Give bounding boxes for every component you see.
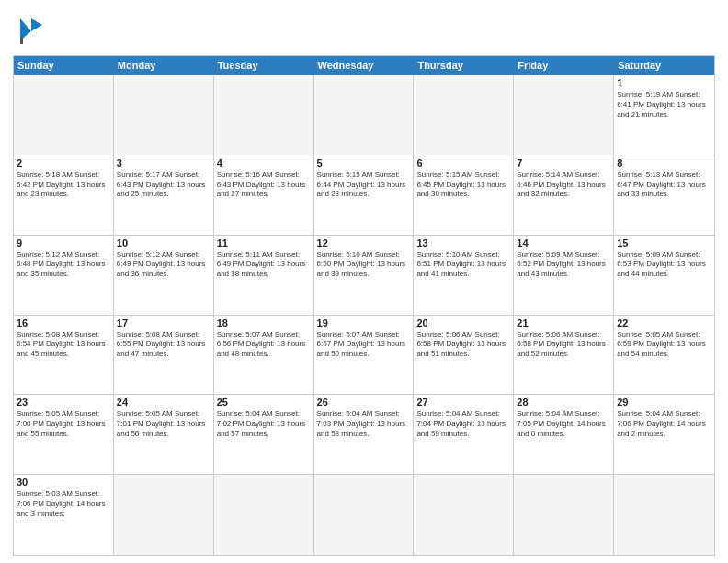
date-number: 12	[317, 237, 411, 248]
date-number: 19	[317, 317, 411, 328]
cell-day-17: 17Sunrise: 5:08 AM Sunset: 6:55 PM Dayli…	[114, 316, 214, 396]
date-number: 20	[416, 317, 510, 328]
date-number: 8	[617, 157, 711, 168]
cell-day-20: 20Sunrise: 5:06 AM Sunset: 6:58 PM Dayli…	[414, 316, 514, 396]
date-number: 24	[117, 396, 210, 408]
cell-day-23: 23Sunrise: 5:05 AM Sunset: 7:00 PM Dayli…	[14, 395, 114, 475]
cell-day-18: 18Sunrise: 5:07 AM Sunset: 6:56 PM Dayli…	[214, 316, 314, 396]
cell-info: Sunrise: 5:09 AM Sunset: 6:53 PM Dayligh…	[617, 250, 711, 280]
date-number: 3	[117, 157, 210, 168]
date-number: 18	[217, 317, 311, 328]
cell-day-28: 28Sunrise: 5:04 AM Sunset: 7:05 PM Dayli…	[514, 395, 614, 475]
cell-info: Sunrise: 5:08 AM Sunset: 6:55 PM Dayligh…	[117, 330, 210, 360]
cell-day-4: 4Sunrise: 5:16 AM Sunset: 6:43 PM Daylig…	[214, 155, 314, 236]
cell-info: Sunrise: 5:04 AM Sunset: 7:05 PM Dayligh…	[517, 409, 610, 439]
cell-info: Sunrise: 5:16 AM Sunset: 6:43 PM Dayligh…	[217, 170, 311, 200]
cell-day-12: 12Sunrise: 5:10 AM Sunset: 6:50 PM Dayli…	[314, 236, 415, 316]
cell-info: Sunrise: 5:15 AM Sunset: 6:44 PM Dayligh…	[317, 170, 411, 200]
day-header-sunday: Sunday	[14, 56, 114, 75]
cell-day-6: 6Sunrise: 5:15 AM Sunset: 6:45 PM Daylig…	[414, 155, 514, 236]
date-number: 17	[117, 317, 210, 328]
cell-day-16: 16Sunrise: 5:08 AM Sunset: 6:54 PM Dayli…	[14, 316, 114, 396]
cell-day-15: 15Sunrise: 5:09 AM Sunset: 6:53 PM Dayli…	[614, 236, 714, 316]
cell-info: Sunrise: 5:15 AM Sunset: 6:45 PM Dayligh…	[416, 170, 510, 200]
date-number: 9	[17, 237, 110, 248]
day-header-tuesday: Tuesday	[214, 56, 314, 75]
cell-info: Sunrise: 5:04 AM Sunset: 7:04 PM Dayligh…	[416, 409, 510, 439]
date-number: 28	[517, 396, 610, 408]
cell-empty	[14, 75, 114, 155]
cell-info: Sunrise: 5:04 AM Sunset: 7:03 PM Dayligh…	[317, 409, 411, 439]
date-number: 25	[217, 396, 311, 408]
page: SundayMondayTuesdayWednesdayThursdayFrid…	[0, 0, 728, 563]
cell-empty	[514, 475, 614, 555]
day-header-saturday: Saturday	[614, 56, 714, 75]
date-number: 30	[17, 477, 110, 488]
cell-info: Sunrise: 5:12 AM Sunset: 6:48 PM Dayligh…	[17, 250, 110, 280]
cell-day-5: 5Sunrise: 5:15 AM Sunset: 6:44 PM Daylig…	[314, 155, 415, 236]
cell-day-25: 25Sunrise: 5:04 AM Sunset: 7:02 PM Dayli…	[214, 395, 314, 475]
date-number: 4	[217, 157, 311, 168]
cell-day-11: 11Sunrise: 5:11 AM Sunset: 6:49 PM Dayli…	[214, 236, 314, 316]
cell-empty	[414, 475, 514, 555]
cell-info: Sunrise: 5:07 AM Sunset: 6:56 PM Dayligh…	[217, 330, 311, 360]
cell-info: Sunrise: 5:11 AM Sunset: 6:49 PM Dayligh…	[217, 250, 311, 280]
day-header-friday: Friday	[514, 56, 614, 75]
cell-day-8: 8Sunrise: 5:13 AM Sunset: 6:47 PM Daylig…	[614, 155, 714, 236]
cell-info: Sunrise: 5:06 AM Sunset: 6:58 PM Dayligh…	[517, 330, 610, 360]
date-number: 23	[17, 396, 110, 408]
cell-info: Sunrise: 5:05 AM Sunset: 7:00 PM Dayligh…	[17, 409, 110, 439]
cell-empty	[614, 475, 714, 555]
cell-empty	[114, 475, 214, 555]
cell-empty	[314, 75, 415, 155]
logo-icon	[13, 9, 53, 50]
svg-rect-3	[20, 37, 23, 44]
cell-empty	[214, 475, 314, 555]
day-headers: SundayMondayTuesdayWednesdayThursdayFrid…	[14, 56, 714, 75]
cell-info: Sunrise: 5:19 AM Sunset: 6:41 PM Dayligh…	[617, 90, 711, 120]
cell-info: Sunrise: 5:05 AM Sunset: 7:01 PM Dayligh…	[117, 409, 210, 439]
cell-info: Sunrise: 5:06 AM Sunset: 6:58 PM Dayligh…	[416, 330, 510, 360]
date-number: 21	[517, 317, 610, 328]
date-number: 22	[617, 317, 711, 328]
date-number: 2	[17, 157, 110, 168]
cell-info: Sunrise: 5:13 AM Sunset: 6:47 PM Dayligh…	[617, 170, 711, 200]
date-number: 15	[617, 237, 711, 248]
date-number: 10	[117, 237, 210, 248]
cell-info: Sunrise: 5:10 AM Sunset: 6:50 PM Dayligh…	[317, 250, 411, 280]
cell-empty	[214, 75, 314, 155]
date-number: 26	[317, 396, 411, 408]
logo-area	[13, 9, 57, 50]
cell-empty	[414, 75, 514, 155]
cell-info: Sunrise: 5:09 AM Sunset: 6:52 PM Dayligh…	[517, 250, 610, 280]
date-number: 13	[416, 237, 510, 248]
cell-info: Sunrise: 5:14 AM Sunset: 6:46 PM Dayligh…	[517, 170, 610, 200]
cell-day-9: 9Sunrise: 5:12 AM Sunset: 6:48 PM Daylig…	[14, 236, 114, 316]
cell-day-13: 13Sunrise: 5:10 AM Sunset: 6:51 PM Dayli…	[414, 236, 514, 316]
cell-empty	[314, 475, 415, 555]
cell-day-3: 3Sunrise: 5:17 AM Sunset: 6:43 PM Daylig…	[114, 155, 214, 236]
cell-day-24: 24Sunrise: 5:05 AM Sunset: 7:01 PM Dayli…	[114, 395, 214, 475]
cell-day-19: 19Sunrise: 5:07 AM Sunset: 6:57 PM Dayli…	[314, 316, 415, 396]
date-number: 14	[517, 237, 610, 248]
cell-day-7: 7Sunrise: 5:14 AM Sunset: 6:46 PM Daylig…	[514, 155, 614, 236]
cell-info: Sunrise: 5:04 AM Sunset: 7:02 PM Dayligh…	[217, 409, 311, 439]
date-number: 6	[416, 157, 510, 168]
cell-day-22: 22Sunrise: 5:05 AM Sunset: 6:59 PM Dayli…	[614, 316, 714, 396]
header	[13, 9, 715, 50]
cell-day-14: 14Sunrise: 5:09 AM Sunset: 6:52 PM Dayli…	[514, 236, 614, 316]
date-number: 1	[617, 77, 711, 88]
cell-day-26: 26Sunrise: 5:04 AM Sunset: 7:03 PM Dayli…	[314, 395, 415, 475]
date-number: 7	[517, 157, 610, 168]
cell-info: Sunrise: 5:18 AM Sunset: 6:42 PM Dayligh…	[17, 170, 110, 200]
cell-day-10: 10Sunrise: 5:12 AM Sunset: 6:49 PM Dayli…	[114, 236, 214, 316]
cell-day-30: 30Sunrise: 5:03 AM Sunset: 7:06 PM Dayli…	[14, 475, 114, 555]
cell-info: Sunrise: 5:10 AM Sunset: 6:51 PM Dayligh…	[416, 250, 510, 280]
cell-empty	[514, 75, 614, 155]
date-number: 29	[617, 396, 711, 408]
cell-info: Sunrise: 5:03 AM Sunset: 7:06 PM Dayligh…	[17, 489, 110, 519]
cell-info: Sunrise: 5:04 AM Sunset: 7:06 PM Dayligh…	[617, 409, 711, 439]
date-number: 11	[217, 237, 311, 248]
cell-day-2: 2Sunrise: 5:18 AM Sunset: 6:42 PM Daylig…	[14, 155, 114, 236]
cell-empty	[114, 75, 214, 155]
